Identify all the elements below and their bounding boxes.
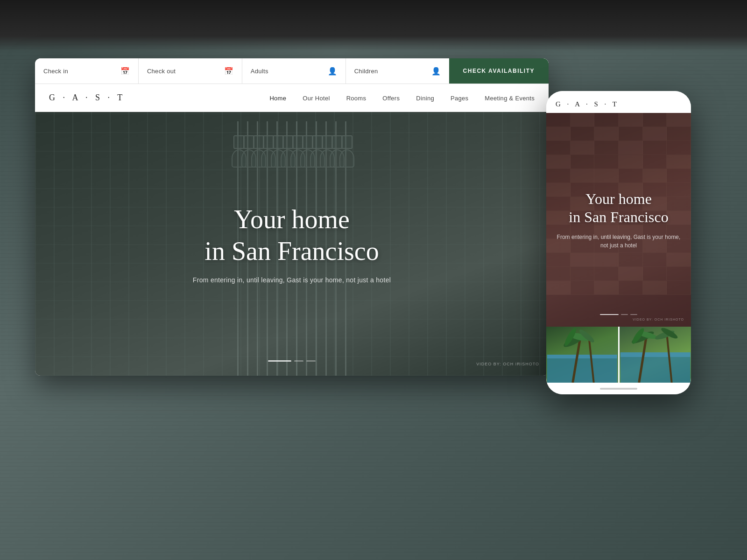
win-17 [643,141,667,154]
win-14 [571,141,595,154]
nav-item-dining[interactable]: Dining [416,94,434,102]
adults-field[interactable]: Adults 👤 [242,58,346,84]
building-row-2 [546,127,691,141]
children-label: Children [354,68,378,75]
win-3 [594,113,619,126]
mobile-hero-subtitle: From entering in, until leaving, Gast is… [556,233,682,250]
win-12 [667,127,691,140]
win-21 [594,155,619,168]
nav-link-rooms[interactable]: Rooms [346,95,366,102]
svg-rect-0 [547,355,617,383]
win-15 [594,141,619,154]
win-27 [594,169,619,182]
win-67 [546,267,571,280]
mobile-progress-inactive-1 [621,314,628,315]
win-25 [546,169,571,182]
desktop-hero-progress [268,360,316,362]
children-field[interactable]: Children 👤 [346,58,449,84]
win-71 [643,267,667,280]
building-row-5 [546,169,691,183]
win-61 [546,253,571,266]
win-63 [594,253,619,266]
win-77 [643,281,667,294]
mobile-hero-content: Your home in San Francisco From entering… [546,190,691,250]
desktop-browser-window: Check in 📅 Check out 📅 Adults 👤 Children… [35,58,549,376]
nav-link-pages[interactable]: Pages [451,95,468,102]
children-icon: 👤 [431,67,441,76]
win-73 [546,281,571,294]
win-18 [667,141,691,154]
win-23 [643,155,667,168]
desktop-hero-subtitle: From entering in, until leaving, Gast is… [193,276,391,284]
win-69 [594,267,619,280]
win-22 [619,155,643,168]
mobile-phone: G · A · S · T [546,91,691,394]
adults-icon: 👤 [328,67,337,76]
win-19 [546,155,571,168]
win-5 [643,113,667,126]
nav-link-events[interactable]: Meeting & Events [485,95,535,102]
building-row-12 [546,267,691,281]
win-68 [571,267,595,280]
building-row-13 [546,281,691,295]
desktop-hero-content: Your home in San Francisco From entering… [193,204,391,283]
nav-item-offers[interactable]: Offers [382,94,400,102]
win-11 [643,127,667,140]
building-row-11 [546,253,691,267]
win-2 [571,113,595,126]
nav-item-rooms[interactable]: Rooms [346,94,366,102]
mobile-hero-title: Your home in San Francisco [556,190,682,226]
win-4 [619,113,643,126]
nav-link-home[interactable]: Home [269,95,286,102]
nav-link-dining[interactable]: Dining [416,95,434,102]
win-62 [571,253,595,266]
win-72 [667,267,691,280]
nav-item-hotel[interactable]: Our Hotel [303,94,330,102]
win-75 [594,281,619,294]
mobile-image-tile-2 [620,327,691,383]
win-1 [546,113,571,126]
win-28 [619,169,643,182]
desktop-logo: G · A · S · T [49,93,125,103]
hero-title-line2: in San Francisco [204,237,379,266]
top-dark-bar [0,0,747,51]
nav-item-events[interactable]: Meeting & Events [485,94,535,102]
desktop-video-credit: VIDEO BY: OCH IRISHOTO [476,362,539,366]
mobile-progress-active [600,314,619,315]
nav-item-home[interactable]: Home [269,94,286,102]
palm-tree-svg-1 [546,327,618,383]
win-76 [619,281,643,294]
building-row-1 [546,113,691,127]
win-65 [643,253,667,266]
progress-indicator-active [268,360,291,362]
win-26 [571,169,595,182]
win-24 [667,155,691,168]
win-66 [667,253,691,266]
nav-item-pages[interactable]: Pages [451,94,468,102]
nav-link-hotel[interactable]: Our Hotel [303,95,330,102]
check-out-field[interactable]: Check out 📅 [139,58,242,84]
progress-indicator-2 [306,360,316,362]
desktop-nav-links: Home Our Hotel Rooms Offers Dining Pages… [269,94,535,102]
mobile-image-strip [546,327,691,383]
mobile-navbar: G · A · S · T [546,91,691,113]
palm-tree-svg-2 [620,327,691,383]
mobile-phone-inner: G · A · S · T [546,91,691,394]
mobile-hero: Your home in San Francisco From entering… [546,113,691,327]
building-row-3 [546,141,691,155]
win-8 [571,127,595,140]
desktop-hero: Your home in San Francisco From entering… [35,112,549,376]
check-in-label: Check in [43,68,68,75]
progress-indicator-1 [294,360,303,362]
mobile-home-indicator [600,388,637,390]
nav-link-offers[interactable]: Offers [382,95,400,102]
mobile-progress-indicators [600,314,637,315]
check-availability-button[interactable]: CHECK AVAILABILITY [449,58,549,84]
check-in-field[interactable]: Check in 📅 [35,58,139,84]
mobile-video-credit: VIDEO BY: OCH IRISHOTO [633,318,684,321]
win-16 [619,141,643,154]
win-78 [667,281,691,294]
win-9 [594,127,619,140]
win-20 [571,155,595,168]
hero-title-line1: Your home [234,205,350,234]
